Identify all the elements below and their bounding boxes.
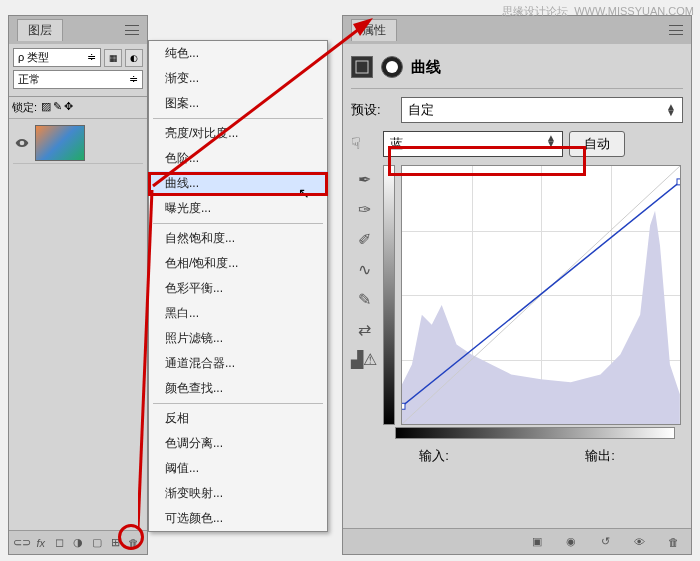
lock-row: 锁定: ▨ ✎ ✥: [9, 97, 147, 119]
properties-panel: 属性 曲线 预设: 自定 ▲▼ ☟ 蓝 ▲▼ 自动 ✒ ✑: [342, 15, 692, 555]
new-layer-icon[interactable]: ⊞: [107, 535, 123, 551]
auto-button[interactable]: 自动: [569, 131, 625, 157]
delete-icon[interactable]: 🗑: [126, 535, 142, 551]
group-icon[interactable]: ▢: [89, 535, 105, 551]
adjustment-layer-icon[interactable]: ◑: [70, 535, 86, 551]
menu-photo-filter[interactable]: 照片滤镜...: [149, 326, 327, 351]
lock-position-icon[interactable]: ✥: [64, 100, 73, 115]
menu-solid-color[interactable]: 纯色...: [149, 41, 327, 66]
fx-icon[interactable]: fx: [33, 535, 49, 551]
pencil-tool-icon[interactable]: ✎: [354, 289, 374, 309]
mask-icon[interactable]: ◻: [51, 535, 67, 551]
svg-rect-5: [402, 403, 405, 409]
layer-item[interactable]: [13, 123, 143, 164]
clip-hist-icon[interactable]: ▟⚠: [354, 349, 374, 369]
menu-posterize[interactable]: 色调分离...: [149, 431, 327, 456]
svg-line-4: [402, 182, 680, 406]
panel-menu-icon[interactable]: [669, 25, 683, 35]
view-previous-icon[interactable]: ◉: [563, 534, 579, 550]
svg-rect-6: [677, 179, 680, 185]
eyedropper-black-icon[interactable]: ✒: [354, 169, 374, 189]
blend-mode-dropdown[interactable]: 正常≑: [13, 70, 143, 89]
svg-point-2: [386, 61, 398, 73]
preset-label: 预设:: [351, 101, 395, 119]
curves-graph[interactable]: [401, 165, 681, 425]
eyedropper-white-icon[interactable]: ✐: [354, 229, 374, 249]
layer-mask-icon[interactable]: [381, 56, 403, 78]
layer-thumbnail[interactable]: [35, 125, 85, 161]
layers-tab[interactable]: 图层: [17, 19, 63, 41]
filter-pixel-icon[interactable]: ▦: [104, 49, 122, 67]
reset-icon[interactable]: ↺: [597, 534, 613, 550]
menu-threshold[interactable]: 阈值...: [149, 456, 327, 481]
smooth-tool-icon[interactable]: ⇄: [354, 319, 374, 339]
clip-to-layer-icon[interactable]: ▣: [529, 534, 545, 550]
curves-adjust-icon[interactable]: [351, 56, 373, 78]
visibility-eye-icon[interactable]: [15, 136, 29, 150]
filter-adjust-icon[interactable]: ◐: [125, 49, 143, 67]
toggle-visibility-icon[interactable]: 👁: [631, 534, 647, 550]
adjustment-context-menu: 纯色... 渐变... 图案... 亮度/对比度... 色阶... 曲线... …: [148, 40, 328, 532]
layers-panel: 图层 ρ 类型≑ ▦ ◐ 正常≑ 锁定: ▨ ✎ ✥ ⊂⊃ fx ◻ ◑: [8, 15, 148, 555]
menu-gradient-map[interactable]: 渐变映射...: [149, 481, 327, 506]
curve-point-tool-icon[interactable]: ∿: [354, 259, 374, 279]
properties-panel-header: 属性: [343, 16, 691, 44]
menu-selective-color[interactable]: 可选颜色...: [149, 506, 327, 531]
menu-color-balance[interactable]: 色彩平衡...: [149, 276, 327, 301]
menu-pattern[interactable]: 图案...: [149, 91, 327, 116]
menu-invert[interactable]: 反相: [149, 406, 327, 431]
menu-bw[interactable]: 黑白...: [149, 301, 327, 326]
link-layers-icon[interactable]: ⊂⊃: [14, 535, 30, 551]
output-gradient: [383, 165, 395, 425]
adjustment-title: 曲线: [411, 58, 441, 77]
menu-hue-sat[interactable]: 色相/饱和度...: [149, 251, 327, 276]
menu-vibrance[interactable]: 自然饱和度...: [149, 226, 327, 251]
properties-tab[interactable]: 属性: [351, 19, 397, 41]
on-image-tool-icon[interactable]: ☟: [351, 134, 377, 154]
channel-dropdown[interactable]: 蓝 ▲▼: [383, 131, 563, 157]
layers-panel-header: 图层: [9, 16, 147, 44]
input-label: 输入:: [419, 447, 449, 465]
filter-type-dropdown[interactable]: ρ 类型≑: [13, 48, 101, 67]
menu-levels[interactable]: 色阶...: [149, 146, 327, 171]
menu-channel-mixer[interactable]: 通道混合器...: [149, 351, 327, 376]
preset-dropdown[interactable]: 自定 ▲▼: [401, 97, 683, 123]
menu-gradient[interactable]: 渐变...: [149, 66, 327, 91]
delete-adjustment-icon[interactable]: 🗑: [665, 534, 681, 550]
lock-paint-icon[interactable]: ✎: [53, 100, 62, 115]
eyedropper-gray-icon[interactable]: ✑: [354, 199, 374, 219]
panel-menu-icon[interactable]: [125, 25, 139, 35]
svg-line-3: [402, 166, 680, 424]
menu-brightness[interactable]: 亮度/对比度...: [149, 121, 327, 146]
menu-color-lookup[interactable]: 颜色查找...: [149, 376, 327, 401]
input-gradient: [395, 427, 675, 439]
watermark: 思缘设计论坛 WWW.MISSYUAN.COM: [502, 4, 694, 19]
output-label: 输出:: [585, 447, 615, 465]
cursor-icon: ↖: [298, 185, 310, 201]
curve-line: [402, 166, 680, 424]
lock-transparent-icon[interactable]: ▨: [41, 100, 51, 115]
